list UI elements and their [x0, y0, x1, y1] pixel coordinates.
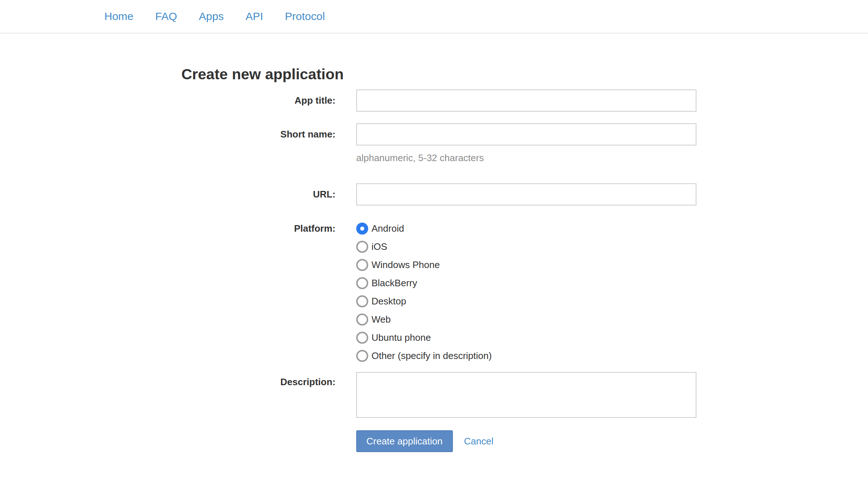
nav-item-home[interactable]: Home [93, 0, 144, 33]
platform-option-label: Windows Phone [371, 259, 440, 271]
platform-option-label: Web [371, 314, 391, 325]
short-name-hint: alphanumeric, 5-32 characters [356, 153, 696, 163]
url-label: URL: [181, 183, 335, 205]
form-row-actions: Create application Cancel [181, 430, 868, 452]
nav-item-apps[interactable]: Apps [188, 0, 234, 33]
form-row-platform: Platform: Android iOS Windows Phone Blac… [181, 219, 868, 365]
url-input[interactable] [356, 183, 696, 205]
platform-radio-group: Android iOS Windows Phone BlackBerry Des… [356, 219, 492, 365]
platform-option-ubuntu-phone[interactable]: Ubuntu phone [356, 328, 492, 347]
platform-option-other[interactable]: Other (specify in description) [356, 347, 492, 365]
nav-item-protocol[interactable]: Protocol [274, 0, 336, 33]
platform-option-label: BlackBerry [371, 278, 417, 289]
description-label: Description: [181, 372, 335, 387]
main-content: Create new application App title: Short … [181, 65, 868, 452]
radio-button-icon[interactable] [356, 332, 368, 344]
platform-option-label: iOS [371, 241, 387, 252]
radio-button-icon[interactable] [356, 314, 368, 326]
platform-option-blackberry[interactable]: BlackBerry [356, 274, 492, 292]
app-title-label: App title: [181, 89, 335, 112]
app-title-input[interactable] [356, 89, 696, 112]
platform-option-windows-phone[interactable]: Windows Phone [356, 256, 492, 274]
platform-option-label: Desktop [371, 296, 406, 307]
platform-option-desktop[interactable]: Desktop [356, 292, 492, 310]
form-row-app-title: App title: [181, 89, 868, 112]
short-name-label: Short name: [181, 123, 335, 145]
nav-item-faq[interactable]: FAQ [144, 0, 188, 33]
radio-button-icon[interactable] [356, 259, 368, 271]
radio-button-icon[interactable] [356, 241, 368, 253]
cancel-link[interactable]: Cancel [464, 430, 494, 452]
platform-option-label: Other (specify in description) [371, 350, 492, 362]
short-name-input[interactable] [356, 123, 696, 145]
platform-option-label: Android [371, 223, 404, 234]
form-row-short-name: Short name: alphanumeric, 5-32 character… [181, 123, 868, 163]
description-textarea[interactable] [356, 372, 696, 418]
nav-item-api[interactable]: API [234, 0, 274, 33]
radio-button-icon[interactable] [356, 277, 368, 289]
create-application-button[interactable]: Create application [356, 430, 453, 452]
form-row-description: Description: [181, 372, 868, 418]
page-title: Create new application [181, 65, 868, 83]
form-row-url: URL: [181, 183, 868, 205]
radio-button-icon[interactable] [356, 350, 368, 362]
radio-button-icon[interactable] [356, 223, 368, 235]
radio-button-icon[interactable] [356, 295, 368, 307]
platform-option-ios[interactable]: iOS [356, 237, 492, 256]
platform-option-android[interactable]: Android [356, 219, 492, 237]
platform-label: Platform: [181, 219, 335, 237]
platform-option-web[interactable]: Web [356, 310, 492, 328]
top-navbar: Home FAQ Apps API Protocol [0, 0, 868, 33]
platform-option-label: Ubuntu phone [371, 332, 431, 343]
